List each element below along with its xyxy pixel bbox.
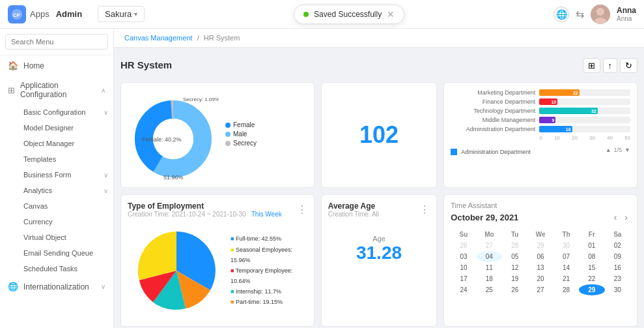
employment-legend: ■ Full-time: 42.55% ■ Seasonal Employees…	[231, 233, 307, 307]
sidebar-item-email-queue[interactable]: Email Sending Queue	[18, 245, 113, 261]
employment-card-subtitle: Creation Time: 2021-10-24 ~ 2021-10-30 T…	[128, 211, 282, 218]
calendar-day-cell[interactable]: 30	[605, 284, 630, 295]
sidebar-item-currency[interactable]: Currency	[18, 214, 113, 230]
close-icon[interactable]: ✕	[387, 9, 395, 20]
calendar-day-cell[interactable]: 28	[502, 240, 527, 251]
calendar-next-button[interactable]: ›	[622, 211, 630, 224]
calendar-day-cell[interactable]: 26	[451, 240, 476, 251]
legend-fulltime: ■ Full-time: 42.55%	[231, 233, 307, 244]
grid-view-button[interactable]: ⊞	[583, 58, 600, 73]
avatar[interactable]	[591, 5, 610, 24]
calendar-day-cell[interactable]: 21	[553, 273, 579, 284]
calendar-day-cell[interactable]: 13	[527, 262, 553, 273]
sidebar-item-analytics[interactable]: Analytics ∨	[18, 183, 113, 198]
employment-chart-row: ■ Full-time: 42.55% ■ Seasonal Employees…	[128, 222, 307, 320]
legend-label-female: Female	[233, 121, 255, 128]
sidebar-item-scheduled-tasks[interactable]: Scheduled Tasks	[18, 261, 113, 276]
calendar-day-cell[interactable]: 19	[502, 273, 527, 284]
calendar-day-cell[interactable]: 18	[477, 273, 502, 284]
avg-age-more-icon[interactable]: ⋮	[419, 203, 430, 216]
donut-chart: Secrecy: 1.09%	[128, 89, 219, 181]
calendar-day-cell[interactable]: 27	[527, 284, 553, 295]
export-button[interactable]: ↑	[603, 58, 618, 73]
calendar-day-cell[interactable]: 14	[553, 262, 579, 273]
calendar-day-cell[interactable]: 24	[451, 284, 476, 295]
calendar-grid: SuMoTuWeThFrSa 2627282930010203040506070…	[451, 229, 630, 295]
refresh-button[interactable]: ↻	[620, 58, 637, 73]
sidebar-item-basic-config[interactable]: Basic Configuration ∨	[18, 104, 113, 120]
bar-track: 32	[539, 108, 630, 114]
calendar-day-cell[interactable]: 07	[553, 251, 579, 262]
avg-age-title-area: Average Age Creation Time: All	[328, 201, 379, 218]
calendar-day-header: We	[527, 229, 553, 240]
sidebar-item-object-manager[interactable]: Object Manager	[18, 136, 113, 151]
calendar-day-cell[interactable]: 22	[579, 273, 604, 284]
calendar-day-cell[interactable]: 30	[553, 240, 579, 251]
calendar-day-cell[interactable]: 11	[477, 262, 502, 273]
calendar-day-cell[interactable]: 03	[451, 251, 476, 262]
secrecy-dot-icon	[225, 141, 231, 146]
search-input[interactable]	[5, 34, 108, 50]
transfer-icon[interactable]: ⇆	[576, 8, 584, 20]
user-name: Anna	[617, 6, 636, 15]
calendar-day-cell[interactable]: 04	[477, 251, 502, 262]
calendar-prev-button[interactable]: ‹	[611, 211, 620, 224]
sidebar-item-label: Home	[23, 61, 44, 70]
calendar-day-cell[interactable]: 10	[451, 262, 476, 273]
triangle-up-icon[interactable]: ▲	[606, 147, 611, 153]
calendar-day-cell[interactable]: 02	[605, 240, 630, 251]
employment-card: Type of Employment Creation Time: 2021-1…	[120, 194, 315, 327]
sidebar-item-canvas[interactable]: Canvas	[18, 198, 113, 214]
toast-area: Saved Successfully ✕	[145, 5, 553, 24]
top-right-controls: 🌐 ⇆ Anna Anna	[553, 5, 636, 24]
calendar-day-cell[interactable]: 01	[579, 240, 604, 251]
calendar-day-cell[interactable]: 08	[579, 251, 604, 262]
bar-label: Technology Department	[451, 108, 535, 114]
sidebar-item-home[interactable]: 🏠 Home	[0, 55, 113, 76]
more-options-icon[interactable]: ⋮	[297, 203, 307, 216]
calendar-day-cell[interactable]: 29	[527, 240, 553, 251]
legend-item-male: Male	[225, 130, 257, 138]
workspace-selector[interactable]: Sakura ▾	[98, 6, 145, 22]
calendar-day-cell[interactable]: 16	[605, 262, 630, 273]
age-label: Age	[328, 235, 430, 243]
calendar-day-cell[interactable]: 23	[605, 273, 630, 284]
globe-icon[interactable]: 🌐	[553, 7, 569, 22]
bar-fill: 32	[539, 108, 597, 114]
sidebar-item-virtual-object[interactable]: Virtual Object	[18, 230, 113, 245]
triangle-down-icon[interactable]: ▼	[624, 147, 630, 153]
search-box	[0, 29, 113, 55]
calendar-day-cell[interactable]: 29	[579, 284, 604, 295]
calendar-day-cell[interactable]: 17	[451, 273, 476, 284]
breadcrumb-separator: /	[197, 34, 201, 42]
sidebar: 🏠 Home ⊞ Application Configuration ∧ Bas…	[0, 29, 114, 328]
sidebar-item-model-designer[interactable]: Model Designer	[18, 120, 113, 136]
calendar-day-cell[interactable]: 27	[477, 240, 502, 251]
calendar-day-cell[interactable]: 26	[502, 284, 527, 295]
calendar-week-row: 10111213141516	[451, 262, 630, 273]
calendar-day-cell[interactable]: 28	[553, 284, 579, 295]
department-bar-card: Marketing Department 22 Finance Departme…	[443, 82, 637, 188]
logo-area: CP Apps Admin	[8, 5, 82, 23]
calendar-day-cell[interactable]: 06	[527, 251, 553, 262]
breadcrumb-current: HR System	[204, 34, 240, 42]
calendar-day-cell[interactable]: 05	[502, 251, 527, 262]
sidebar-item-business-form[interactable]: Business Form ∨	[18, 167, 113, 183]
legend-item-secrecy: Secrecy	[225, 140, 257, 147]
calendar-day-cell[interactable]: 15	[579, 262, 604, 273]
bar-label: Finance Department	[451, 98, 535, 105]
sidebar-item-app-config[interactable]: ⊞ Application Configuration ∧	[0, 76, 113, 104]
bar-row: Middle Management 9	[451, 117, 630, 123]
sidebar-item-label: Internationalization	[23, 282, 89, 291]
sidebar-item-templates[interactable]: Templates	[18, 151, 113, 167]
sidebar-item-internationalization[interactable]: 🌐 Internationalization ∨	[0, 276, 113, 297]
calendar-day-cell[interactable]: 20	[527, 273, 553, 284]
calendar-day-header: Su	[451, 229, 476, 240]
calendar-nav: ‹ ›	[611, 211, 630, 224]
legend-internship: ■ Internship: 11.7%	[231, 286, 307, 297]
breadcrumb-parent[interactable]: Canvas Management	[124, 34, 193, 42]
svg-point-3	[596, 8, 604, 16]
calendar-day-cell[interactable]: 25	[477, 284, 502, 295]
calendar-day-cell[interactable]: 12	[502, 262, 527, 273]
calendar-day-cell[interactable]: 09	[605, 251, 630, 262]
